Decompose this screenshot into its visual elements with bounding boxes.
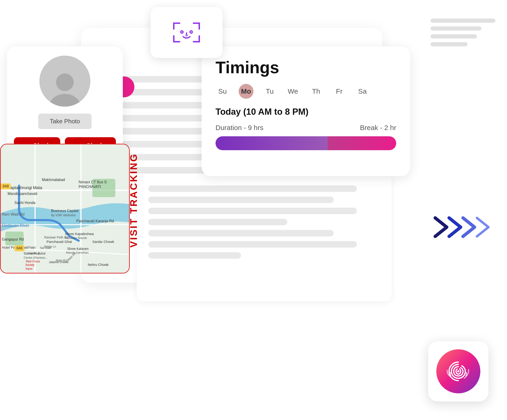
duration-break-row: Duration - 9 hrs Break - 2 hr (216, 124, 396, 132)
tr-line (430, 34, 477, 38)
today-timing-text: Today (10 AM to 8 PM) (216, 107, 396, 117)
arrows-decoration (430, 213, 495, 241)
svg-text:Centre (Raviwar...: Centre (Raviwar... (24, 256, 48, 259)
lower-line (148, 197, 334, 203)
days-row: Su Mo Tu We Th Fr Sa (216, 84, 396, 99)
day-su: Su (216, 87, 229, 95)
svg-text:Signal: Signal (26, 267, 32, 270)
timings-title: Timings (216, 58, 396, 77)
face-scan-card (151, 7, 222, 58)
svg-text:Baldar Ln: Baldar Ln (44, 245, 56, 248)
svg-point-2 (56, 73, 74, 91)
chevron-arrows-icon (430, 213, 495, 241)
svg-text:Sardar Chowk: Sardar Chowk (92, 240, 114, 244)
svg-text:Sachi Honda: Sachi Honda (14, 201, 35, 205)
fingerprint-card (428, 341, 488, 401)
svg-text:Shree Kalaram: Shree Kalaram (67, 247, 89, 250)
day-we: We (286, 87, 300, 95)
fingerprint-icon-container (436, 349, 480, 393)
lower-line (148, 230, 334, 236)
avatar-container (39, 56, 90, 107)
duration-label: Duration - 9 hrs (216, 124, 263, 132)
day-tu: Tu (263, 87, 277, 95)
tr-line (430, 19, 495, 23)
svg-text:Godavari River: Godavari River (2, 223, 29, 228)
svg-text:by VSR Ventures: by VSR Ventures (51, 213, 76, 217)
map-card: Saptashrungi Mata Mandir,panchavati Sach… (0, 144, 130, 273)
lower-line (148, 252, 241, 259)
day-sa: Sa (355, 87, 369, 95)
map-view: Saptashrungi Mata Mandir,panchavati Sach… (1, 144, 129, 273)
svg-text:Makhmalabad: Makhmalabad (42, 178, 65, 182)
tr-line (430, 26, 481, 31)
visit-tracking-label: VISIT TRACKING (128, 153, 139, 248)
visit-tracking-container: VISIT TRACKING (128, 153, 139, 248)
fingerprint-icon (444, 357, 472, 385)
take-photo-button[interactable]: Take Photo (38, 114, 92, 129)
svg-text:Panchavati Karanja Rd: Panchavati Karanja Rd (76, 219, 114, 223)
lower-lines-card (137, 174, 392, 301)
svg-point-51 (457, 370, 459, 372)
lower-line (148, 219, 287, 225)
svg-text:848: 848 (3, 184, 9, 188)
svg-point-0 (181, 31, 183, 33)
map-svg: Saptashrungi Mata Mandir,panchavati Sach… (1, 144, 129, 273)
svg-text:Jatama Chowk: Jatama Chowk (49, 260, 69, 264)
svg-text:Mahadev Mandir: Mahadev Mandir (65, 236, 87, 240)
svg-text:PANCHAVATI: PANCHAVATI (78, 185, 101, 189)
svg-text:Mandir,panchavati: Mandir,panchavati (8, 192, 37, 196)
day-mo: Mo (239, 84, 254, 99)
top-right-lines (430, 19, 495, 50)
scene: Take Photo Clock in Clock Out (0, 0, 507, 420)
avatar (39, 56, 90, 107)
svg-text:Red Cross: Red Cross (26, 260, 40, 263)
svg-text:Gangapur Rd: Gangapur Rd (2, 238, 24, 242)
svg-text:Nehru Chowk: Nehru Chowk (88, 263, 109, 267)
lower-line (148, 185, 357, 192)
svg-text:Vali Wadi: Vali Wadi (28, 252, 40, 255)
day-fr: Fr (332, 87, 346, 95)
svg-point-3 (49, 94, 81, 107)
duration-bar (216, 136, 328, 150)
break-label: Break - 2 hr (360, 124, 396, 132)
svg-text:Mandir Sansthan: Mandir Sansthan (66, 251, 89, 254)
timing-progress-bar (216, 136, 396, 150)
svg-text:Business Capital: Business Capital (51, 209, 78, 213)
lower-line (148, 241, 357, 248)
svg-text:848: 848 (16, 246, 23, 250)
timings-card: Timings Su Mo Tu We Th Fr Sa Today (10 A… (202, 46, 410, 176)
svg-text:Society: Society (26, 263, 35, 267)
svg-text:Nimani CT Bus S: Nimani CT Bus S (78, 180, 106, 184)
day-th: Th (309, 87, 323, 95)
lower-line (148, 208, 357, 214)
svg-text:Saptashrungi Mata: Saptashrungi Mata (8, 185, 42, 190)
break-bar (328, 136, 396, 150)
face-scan-icon (171, 21, 202, 44)
svg-text:Ram Wadi Rd: Ram Wadi Rd (2, 212, 25, 216)
person-icon (46, 70, 84, 107)
svg-text:Shree Kapaleshwa: Shree Kapaleshwa (65, 232, 94, 236)
svg-point-1 (190, 31, 192, 33)
tr-line (430, 42, 468, 46)
svg-text:Panchavati Ghat: Panchavati Ghat (47, 240, 72, 244)
